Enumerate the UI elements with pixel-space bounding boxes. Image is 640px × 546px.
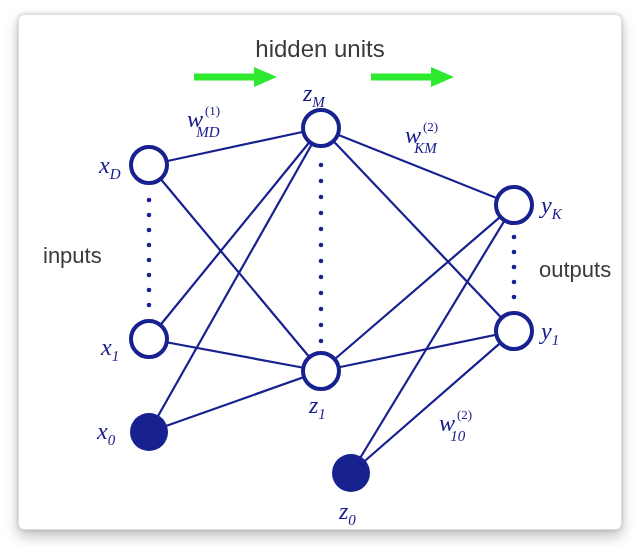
svg-line-9: [149, 371, 321, 432]
svg-point-40: [512, 295, 517, 300]
node-yK: [496, 187, 532, 223]
svg-point-16: [147, 198, 152, 203]
label-wMD: w(1)MD: [187, 103, 220, 140]
node-x0: [130, 413, 168, 451]
label-outputs: outputs: [539, 257, 611, 282]
svg-point-34: [319, 323, 324, 328]
svg-point-28: [319, 227, 324, 232]
ellipsis-dots: [147, 163, 517, 344]
node-z1: [303, 353, 339, 389]
label-xD: xD: [98, 152, 121, 182]
svg-point-18: [147, 228, 152, 233]
node-xD: [131, 147, 167, 183]
label-y1: y1: [539, 318, 559, 348]
label-z0: z0: [338, 498, 356, 528]
svg-point-38: [512, 265, 517, 270]
svg-point-37: [512, 250, 517, 255]
node-z0: [332, 454, 370, 492]
label-yK: yK: [539, 192, 563, 222]
diagram-frame: hidden units: [18, 14, 622, 530]
svg-point-31: [319, 275, 324, 280]
label-inputs: inputs: [43, 243, 102, 268]
svg-point-26: [319, 195, 324, 200]
svg-line-8: [149, 128, 321, 432]
svg-point-24: [319, 163, 324, 168]
nn-diagram: hidden units: [19, 15, 621, 529]
svg-point-32: [319, 291, 324, 296]
svg-point-25: [319, 179, 324, 184]
svg-line-7: [149, 339, 321, 371]
svg-point-20: [147, 258, 152, 263]
nodes: [130, 110, 532, 492]
svg-point-36: [512, 235, 517, 240]
arrow-left: [194, 67, 277, 87]
svg-marker-3: [431, 67, 454, 87]
svg-point-22: [147, 288, 152, 293]
label-w10: w(2)10: [439, 407, 472, 444]
svg-point-19: [147, 243, 152, 248]
label-wKM: w(2)KM: [405, 119, 438, 156]
node-y1: [496, 313, 532, 349]
title-hidden-units: hidden units: [255, 35, 384, 62]
svg-point-21: [147, 273, 152, 278]
svg-line-5: [149, 165, 321, 371]
svg-point-30: [319, 259, 324, 264]
label-x1: x1: [100, 334, 119, 364]
label-zM: zM: [302, 80, 326, 110]
svg-point-39: [512, 280, 517, 285]
node-zM: [303, 110, 339, 146]
svg-point-33: [319, 307, 324, 312]
svg-line-15: [351, 331, 514, 473]
node-x1: [131, 321, 167, 357]
label-x0: x0: [96, 418, 116, 448]
svg-point-35: [319, 339, 324, 344]
svg-point-27: [319, 211, 324, 216]
label-z1: z1: [308, 392, 326, 422]
svg-point-23: [147, 303, 152, 308]
arrow-right: [371, 67, 454, 87]
svg-marker-1: [254, 67, 277, 87]
svg-point-17: [147, 213, 152, 218]
svg-point-29: [319, 243, 324, 248]
